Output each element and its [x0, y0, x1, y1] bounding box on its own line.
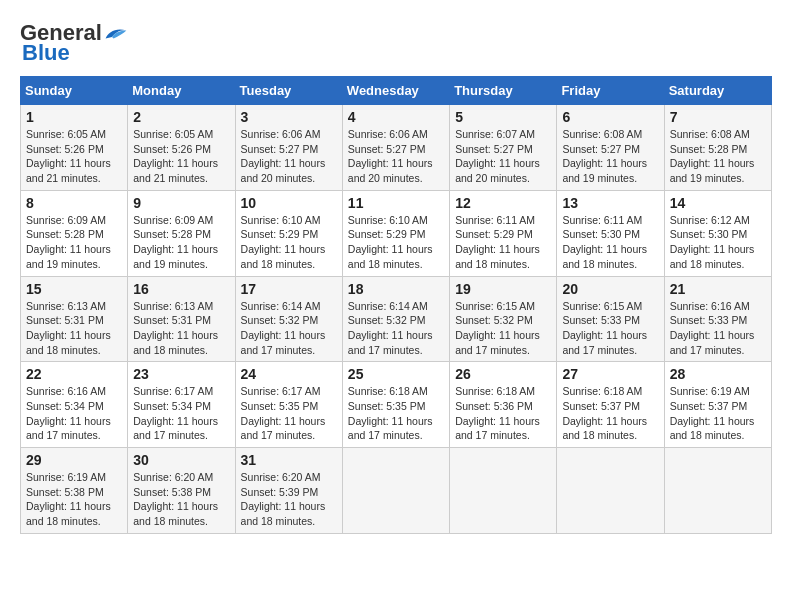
weekday-header-wednesday: Wednesday — [342, 77, 449, 105]
day-number: 7 — [670, 109, 766, 125]
day-number: 11 — [348, 195, 444, 211]
day-info: Sunrise: 6:17 AM Sunset: 5:35 PM Dayligh… — [241, 384, 337, 443]
logo-blue-text: Blue — [22, 40, 70, 66]
calendar-cell: 7 Sunrise: 6:08 AM Sunset: 5:28 PM Dayli… — [664, 105, 771, 191]
calendar-cell: 23 Sunrise: 6:17 AM Sunset: 5:34 PM Dayl… — [128, 362, 235, 448]
day-info: Sunrise: 6:19 AM Sunset: 5:38 PM Dayligh… — [26, 470, 122, 529]
logo-bird-icon — [104, 23, 128, 43]
day-number: 25 — [348, 366, 444, 382]
calendar-cell: 16 Sunrise: 6:13 AM Sunset: 5:31 PM Dayl… — [128, 276, 235, 362]
calendar-cell: 14 Sunrise: 6:12 AM Sunset: 5:30 PM Dayl… — [664, 190, 771, 276]
calendar-cell: 9 Sunrise: 6:09 AM Sunset: 5:28 PM Dayli… — [128, 190, 235, 276]
calendar-cell: 2 Sunrise: 6:05 AM Sunset: 5:26 PM Dayli… — [128, 105, 235, 191]
weekday-header-sunday: Sunday — [21, 77, 128, 105]
day-info: Sunrise: 6:06 AM Sunset: 5:27 PM Dayligh… — [348, 127, 444, 186]
day-info: Sunrise: 6:13 AM Sunset: 5:31 PM Dayligh… — [26, 299, 122, 358]
weekday-header-saturday: Saturday — [664, 77, 771, 105]
day-number: 18 — [348, 281, 444, 297]
day-number: 21 — [670, 281, 766, 297]
calendar-cell: 20 Sunrise: 6:15 AM Sunset: 5:33 PM Dayl… — [557, 276, 664, 362]
calendar-cell: 13 Sunrise: 6:11 AM Sunset: 5:30 PM Dayl… — [557, 190, 664, 276]
calendar-cell: 26 Sunrise: 6:18 AM Sunset: 5:36 PM Dayl… — [450, 362, 557, 448]
calendar-cell: 15 Sunrise: 6:13 AM Sunset: 5:31 PM Dayl… — [21, 276, 128, 362]
day-info: Sunrise: 6:17 AM Sunset: 5:34 PM Dayligh… — [133, 384, 229, 443]
day-info: Sunrise: 6:07 AM Sunset: 5:27 PM Dayligh… — [455, 127, 551, 186]
calendar-cell: 30 Sunrise: 6:20 AM Sunset: 5:38 PM Dayl… — [128, 448, 235, 534]
calendar-cell: 29 Sunrise: 6:19 AM Sunset: 5:38 PM Dayl… — [21, 448, 128, 534]
calendar-week-4: 22 Sunrise: 6:16 AM Sunset: 5:34 PM Dayl… — [21, 362, 772, 448]
calendar-cell: 27 Sunrise: 6:18 AM Sunset: 5:37 PM Dayl… — [557, 362, 664, 448]
calendar-week-5: 29 Sunrise: 6:19 AM Sunset: 5:38 PM Dayl… — [21, 448, 772, 534]
day-number: 12 — [455, 195, 551, 211]
day-info: Sunrise: 6:09 AM Sunset: 5:28 PM Dayligh… — [26, 213, 122, 272]
day-number: 28 — [670, 366, 766, 382]
calendar-cell: 8 Sunrise: 6:09 AM Sunset: 5:28 PM Dayli… — [21, 190, 128, 276]
day-info: Sunrise: 6:05 AM Sunset: 5:26 PM Dayligh… — [26, 127, 122, 186]
day-info: Sunrise: 6:08 AM Sunset: 5:27 PM Dayligh… — [562, 127, 658, 186]
calendar-table: SundayMondayTuesdayWednesdayThursdayFrid… — [20, 76, 772, 534]
calendar-cell — [342, 448, 449, 534]
calendar-cell: 11 Sunrise: 6:10 AM Sunset: 5:29 PM Dayl… — [342, 190, 449, 276]
day-info: Sunrise: 6:14 AM Sunset: 5:32 PM Dayligh… — [348, 299, 444, 358]
day-info: Sunrise: 6:14 AM Sunset: 5:32 PM Dayligh… — [241, 299, 337, 358]
logo: General Blue — [20, 20, 128, 66]
day-number: 9 — [133, 195, 229, 211]
calendar-cell: 22 Sunrise: 6:16 AM Sunset: 5:34 PM Dayl… — [21, 362, 128, 448]
calendar-cell: 21 Sunrise: 6:16 AM Sunset: 5:33 PM Dayl… — [664, 276, 771, 362]
day-info: Sunrise: 6:15 AM Sunset: 5:33 PM Dayligh… — [562, 299, 658, 358]
calendar-cell: 5 Sunrise: 6:07 AM Sunset: 5:27 PM Dayli… — [450, 105, 557, 191]
day-number: 10 — [241, 195, 337, 211]
day-number: 2 — [133, 109, 229, 125]
calendar-cell — [557, 448, 664, 534]
day-info: Sunrise: 6:10 AM Sunset: 5:29 PM Dayligh… — [348, 213, 444, 272]
calendar-cell: 18 Sunrise: 6:14 AM Sunset: 5:32 PM Dayl… — [342, 276, 449, 362]
calendar-cell: 24 Sunrise: 6:17 AM Sunset: 5:35 PM Dayl… — [235, 362, 342, 448]
day-info: Sunrise: 6:15 AM Sunset: 5:32 PM Dayligh… — [455, 299, 551, 358]
day-number: 27 — [562, 366, 658, 382]
calendar-cell: 4 Sunrise: 6:06 AM Sunset: 5:27 PM Dayli… — [342, 105, 449, 191]
day-number: 17 — [241, 281, 337, 297]
day-number: 13 — [562, 195, 658, 211]
day-info: Sunrise: 6:16 AM Sunset: 5:34 PM Dayligh… — [26, 384, 122, 443]
day-number: 22 — [26, 366, 122, 382]
day-number: 5 — [455, 109, 551, 125]
day-number: 4 — [348, 109, 444, 125]
day-info: Sunrise: 6:19 AM Sunset: 5:37 PM Dayligh… — [670, 384, 766, 443]
day-info: Sunrise: 6:20 AM Sunset: 5:39 PM Dayligh… — [241, 470, 337, 529]
day-info: Sunrise: 6:09 AM Sunset: 5:28 PM Dayligh… — [133, 213, 229, 272]
day-number: 23 — [133, 366, 229, 382]
weekday-header-monday: Monday — [128, 77, 235, 105]
day-number: 1 — [26, 109, 122, 125]
day-number: 20 — [562, 281, 658, 297]
day-info: Sunrise: 6:06 AM Sunset: 5:27 PM Dayligh… — [241, 127, 337, 186]
calendar-cell: 25 Sunrise: 6:18 AM Sunset: 5:35 PM Dayl… — [342, 362, 449, 448]
calendar-cell — [664, 448, 771, 534]
day-number: 3 — [241, 109, 337, 125]
day-number: 24 — [241, 366, 337, 382]
calendar-cell: 19 Sunrise: 6:15 AM Sunset: 5:32 PM Dayl… — [450, 276, 557, 362]
calendar-week-2: 8 Sunrise: 6:09 AM Sunset: 5:28 PM Dayli… — [21, 190, 772, 276]
calendar-cell: 3 Sunrise: 6:06 AM Sunset: 5:27 PM Dayli… — [235, 105, 342, 191]
day-number: 29 — [26, 452, 122, 468]
day-info: Sunrise: 6:10 AM Sunset: 5:29 PM Dayligh… — [241, 213, 337, 272]
calendar-week-3: 15 Sunrise: 6:13 AM Sunset: 5:31 PM Dayl… — [21, 276, 772, 362]
day-info: Sunrise: 6:18 AM Sunset: 5:37 PM Dayligh… — [562, 384, 658, 443]
calendar-cell: 10 Sunrise: 6:10 AM Sunset: 5:29 PM Dayl… — [235, 190, 342, 276]
day-info: Sunrise: 6:16 AM Sunset: 5:33 PM Dayligh… — [670, 299, 766, 358]
weekday-header-tuesday: Tuesday — [235, 77, 342, 105]
day-info: Sunrise: 6:20 AM Sunset: 5:38 PM Dayligh… — [133, 470, 229, 529]
calendar-cell: 17 Sunrise: 6:14 AM Sunset: 5:32 PM Dayl… — [235, 276, 342, 362]
day-info: Sunrise: 6:08 AM Sunset: 5:28 PM Dayligh… — [670, 127, 766, 186]
day-info: Sunrise: 6:12 AM Sunset: 5:30 PM Dayligh… — [670, 213, 766, 272]
day-number: 16 — [133, 281, 229, 297]
calendar-cell: 28 Sunrise: 6:19 AM Sunset: 5:37 PM Dayl… — [664, 362, 771, 448]
calendar-cell: 1 Sunrise: 6:05 AM Sunset: 5:26 PM Dayli… — [21, 105, 128, 191]
day-number: 14 — [670, 195, 766, 211]
calendar-cell: 6 Sunrise: 6:08 AM Sunset: 5:27 PM Dayli… — [557, 105, 664, 191]
day-info: Sunrise: 6:05 AM Sunset: 5:26 PM Dayligh… — [133, 127, 229, 186]
day-number: 31 — [241, 452, 337, 468]
day-number: 30 — [133, 452, 229, 468]
day-info: Sunrise: 6:11 AM Sunset: 5:30 PM Dayligh… — [562, 213, 658, 272]
day-info: Sunrise: 6:18 AM Sunset: 5:35 PM Dayligh… — [348, 384, 444, 443]
day-info: Sunrise: 6:13 AM Sunset: 5:31 PM Dayligh… — [133, 299, 229, 358]
